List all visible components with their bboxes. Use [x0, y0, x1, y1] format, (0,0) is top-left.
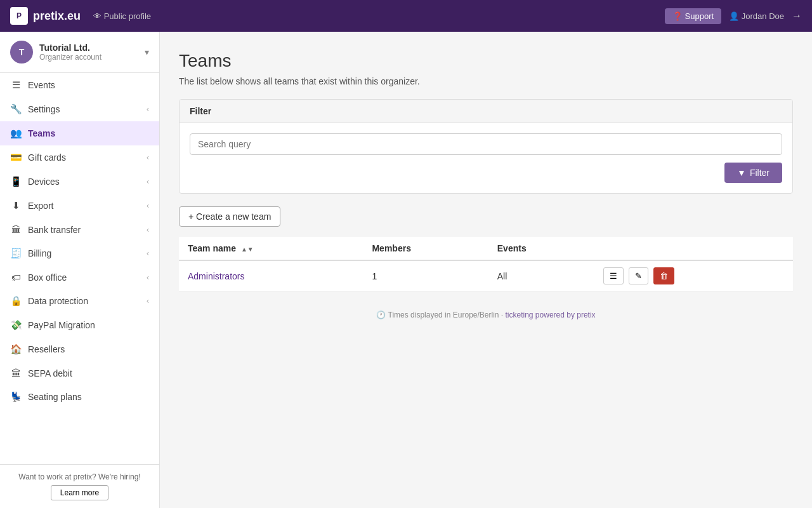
filter-icon: ▼: [737, 168, 746, 178]
table-header: Team name ▲▼ Members Events: [179, 237, 793, 260]
sidebar-item-sepa-debit[interactable]: 🏛 SEPA debit: [0, 361, 159, 385]
timezone-text: Times displayed in Europe/Berlin: [388, 311, 499, 319]
sidebar-item-bank-transfer[interactable]: 🏛 Bank transfer ‹: [0, 218, 159, 241]
sidebar-item-events[interactable]: ☰ Events: [0, 73, 159, 97]
team-edit-button[interactable]: ✎: [629, 267, 648, 284]
sort-icon: ▲▼: [241, 246, 254, 253]
support-icon: ❓: [672, 11, 683, 21]
settings-icon: 🔧: [10, 104, 22, 115]
filter-button[interactable]: ▼ Filter: [724, 163, 782, 183]
box-office-icon: 🏷: [10, 272, 22, 283]
page-title: Teams: [179, 51, 793, 71]
billing-icon: 🧾: [10, 248, 22, 259]
team-name-link[interactable]: Administrators: [188, 271, 244, 281]
sidebar-label-teams: Teams: [28, 128, 149, 138]
filter-body: ▼ Filter: [180, 123, 792, 193]
seating-plans-icon: 💺: [10, 391, 22, 403]
powered-by-link[interactable]: ticketing powered by pretix: [506, 311, 596, 319]
sidebar-item-seating-plans[interactable]: 💺 Seating plans: [0, 385, 159, 409]
sidebar-item-billing[interactable]: 🧾 Billing ‹: [0, 241, 159, 265]
devices-icon: 📱: [10, 176, 22, 187]
data-protection-icon: 🔒: [10, 295, 22, 307]
sidebar-label-billing: Billing: [28, 248, 140, 258]
brand[interactable]: P pretix.eu: [10, 7, 81, 25]
timezone-icon: 🕐: [376, 311, 386, 319]
table-body: Administrators 1 All ☰ ✎ 🗑: [179, 260, 793, 291]
filter-header: Filter: [180, 100, 792, 123]
sidebar-label-data-protection: Data protection: [28, 296, 140, 306]
team-actions-cell: ☰ ✎ 🗑: [592, 260, 793, 291]
table-row: Administrators 1 All ☰ ✎ 🗑: [179, 260, 793, 291]
team-members-button[interactable]: ☰: [603, 267, 624, 284]
navbar-right: ❓ Support 👤 Jordan Doe →: [665, 8, 802, 24]
bank-transfer-icon: 🏛: [10, 224, 22, 235]
events-icon: ☰: [10, 79, 22, 91]
create-new-team-button[interactable]: + Create a new team: [179, 206, 280, 227]
public-profile-link[interactable]: 👁 Public profile: [93, 11, 151, 21]
public-profile-icon: 👁: [93, 11, 102, 21]
top-navbar: P pretix.eu 👁 Public profile ❓ Support 👤…: [0, 0, 812, 32]
sidebar-item-teams[interactable]: 👥 Teams: [0, 121, 159, 145]
team-delete-button[interactable]: 🗑: [653, 267, 674, 284]
brand-name: pretix.eu: [33, 10, 81, 23]
organizer-name: Tutorial Ltd.: [39, 43, 138, 53]
organizer-role: Organizer account: [39, 53, 138, 62]
sidebar-label-seating-plans: Seating plans: [28, 392, 149, 402]
team-name-cell: Administrators: [179, 260, 363, 291]
sidebar-item-resellers[interactable]: 🏠 Resellers: [0, 337, 159, 361]
filter-btn-row: ▼ Filter: [190, 163, 782, 183]
devices-chevron-icon: ‹: [147, 177, 149, 186]
user-icon: 👤: [729, 11, 739, 21]
sidebar-label-bank-transfer: Bank transfer: [28, 225, 140, 235]
team-members-cell: 1: [363, 260, 488, 291]
learn-more-button[interactable]: Learn more: [51, 485, 108, 500]
col-members: Members: [363, 237, 488, 260]
logout-button[interactable]: →: [792, 10, 802, 22]
sidebar-item-export[interactable]: ⬇ Export ‹: [0, 194, 159, 218]
bank-transfer-chevron-icon: ‹: [147, 225, 149, 234]
resellers-icon: 🏠: [10, 344, 22, 355]
support-button[interactable]: ❓ Support: [665, 8, 721, 24]
sidebar-label-resellers: Resellers: [28, 344, 149, 354]
gift-cards-chevron-icon: ‹: [147, 153, 149, 162]
col-events: Events: [488, 237, 592, 260]
sidebar-label-settings: Settings: [28, 104, 140, 114]
sidebar-nav: ☰ Events 🔧 Settings ‹ 👥 Teams 💳 Gift car…: [0, 73, 159, 464]
user-menu[interactable]: 👤 Jordan Doe: [729, 11, 784, 21]
col-actions: [592, 237, 793, 260]
layout: T Tutorial Ltd. Organizer account ▾ ☰ Ev…: [0, 32, 812, 508]
sidebar-item-box-office[interactable]: 🏷 Box office ‹: [0, 265, 159, 289]
sidebar: T Tutorial Ltd. Organizer account ▾ ☰ Ev…: [0, 32, 160, 508]
team-events-cell: All: [488, 260, 592, 291]
data-protection-chevron-icon: ‹: [147, 297, 149, 305]
teams-icon: 👥: [10, 128, 22, 139]
organizer-chevron-icon: ▾: [145, 47, 149, 57]
organizer-avatar: T: [10, 41, 33, 64]
sidebar-item-data-protection[interactable]: 🔒 Data protection ‹: [0, 289, 159, 313]
main-content: Teams The list below shows all teams tha…: [160, 32, 812, 508]
sidebar-footer-text: Want to work at pretix? We're hiring!: [10, 472, 149, 481]
navbar-left: P pretix.eu 👁 Public profile: [10, 7, 151, 25]
sidebar-label-devices: Devices: [28, 177, 140, 187]
box-office-chevron-icon: ‹: [147, 273, 149, 282]
sidebar-item-paypal-migration[interactable]: 💸 PayPal Migration: [0, 313, 159, 337]
search-input[interactable]: [190, 133, 782, 155]
table-header-row: Team name ▲▼ Members Events: [179, 237, 793, 260]
sidebar-item-gift-cards[interactable]: 💳 Gift cards ‹: [0, 145, 159, 170]
sidebar-label-box-office: Box office: [28, 272, 140, 283]
export-icon: ⬇: [10, 200, 22, 211]
sepa-debit-icon: 🏛: [10, 368, 22, 378]
sidebar-item-settings[interactable]: 🔧 Settings ‹: [0, 97, 159, 121]
sidebar-item-devices[interactable]: 📱 Devices ‹: [0, 170, 159, 194]
content-footer: 🕐 Times displayed in Europe/Berlin · tic…: [179, 311, 793, 319]
paypal-migration-icon: 💸: [10, 319, 22, 331]
sidebar-label-sepa-debit: SEPA debit: [28, 368, 149, 378]
teams-table: Team name ▲▼ Members Events Administrato…: [179, 237, 793, 291]
sidebar-label-gift-cards: Gift cards: [28, 152, 140, 163]
brand-icon: P: [10, 7, 28, 25]
col-team-name[interactable]: Team name ▲▼: [179, 237, 363, 260]
filter-box: Filter ▼ Filter: [179, 99, 793, 194]
sidebar-footer: Want to work at pretix? We're hiring! Le…: [0, 464, 159, 508]
organizer-block[interactable]: T Tutorial Ltd. Organizer account ▾: [0, 32, 159, 73]
organizer-info: Tutorial Ltd. Organizer account: [39, 43, 138, 62]
